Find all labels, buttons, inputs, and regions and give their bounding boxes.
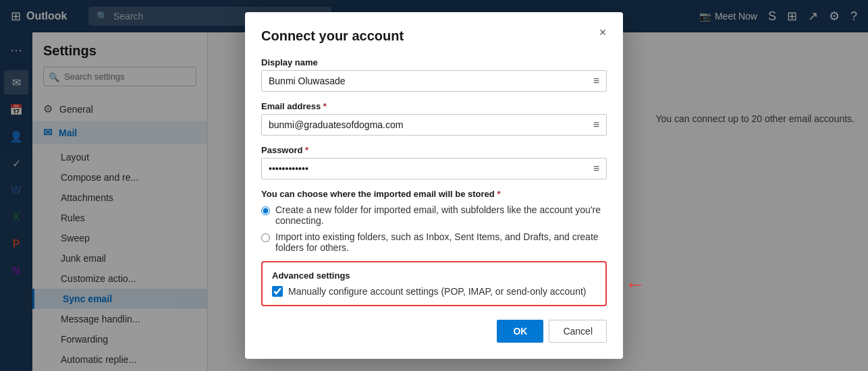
email-input[interactable]: [262, 115, 587, 135]
ok-button[interactable]: OK: [497, 320, 543, 343]
password-required-marker: *: [305, 145, 308, 155]
modal-overlay: Connect your account × Display name ≡ Em…: [0, 0, 868, 371]
storage-radio-group: You can choose where the imported email …: [261, 189, 607, 253]
display-name-input[interactable]: [262, 71, 587, 91]
storage-required-marker: *: [497, 189, 500, 199]
password-label: Password *: [261, 145, 607, 155]
advanced-settings-title: Advanced settings: [272, 270, 596, 281]
display-name-label: Display name: [261, 57, 607, 67]
password-toggle-icon[interactable]: ≡: [587, 163, 606, 175]
connect-account-dialog: Connect your account × Display name ≡ Em…: [245, 12, 623, 359]
dialog-footer: OK Cancel: [261, 320, 607, 343]
storage-label: You can choose where the imported email …: [261, 189, 607, 199]
radio-existing-folders-label: Import into existing folders, such as In…: [275, 231, 607, 253]
radio-new-folder-input[interactable]: [261, 206, 270, 215]
radio-new-folder-label: Create a new folder for imported email, …: [275, 204, 607, 226]
email-required-marker: *: [323, 101, 327, 111]
dialog-close-button[interactable]: ×: [593, 23, 612, 42]
advanced-settings-box: ← Advanced settings Manually configure a…: [261, 261, 607, 306]
radio-existing-folders: Import into existing folders, such as In…: [261, 231, 607, 253]
dialog-title: Connect your account: [261, 28, 607, 44]
password-input-wrap: ≡: [261, 158, 607, 179]
email-label: Email address *: [261, 101, 607, 111]
display-name-input-wrap: ≡: [261, 70, 607, 92]
manual-config-checkbox[interactable]: [272, 286, 283, 297]
manual-config-option: Manually configure account settings (POP…: [272, 286, 596, 297]
cancel-button[interactable]: Cancel: [549, 320, 607, 343]
radio-existing-folders-input[interactable]: [261, 233, 270, 242]
radio-new-folder: Create a new folder for imported email, …: [261, 204, 607, 226]
red-arrow-indicator: ←: [624, 271, 646, 296]
manual-config-label: Manually configure account settings (POP…: [288, 286, 587, 297]
email-field-group: Email address * ≡: [261, 101, 607, 136]
email-suggest-icon[interactable]: ≡: [587, 119, 606, 131]
password-field-group: Password * ≡: [261, 145, 607, 179]
email-input-wrap: ≡: [261, 114, 607, 136]
display-name-suggest-icon[interactable]: ≡: [587, 75, 606, 87]
display-name-field-group: Display name ≡: [261, 57, 607, 92]
password-input[interactable]: [262, 159, 587, 179]
